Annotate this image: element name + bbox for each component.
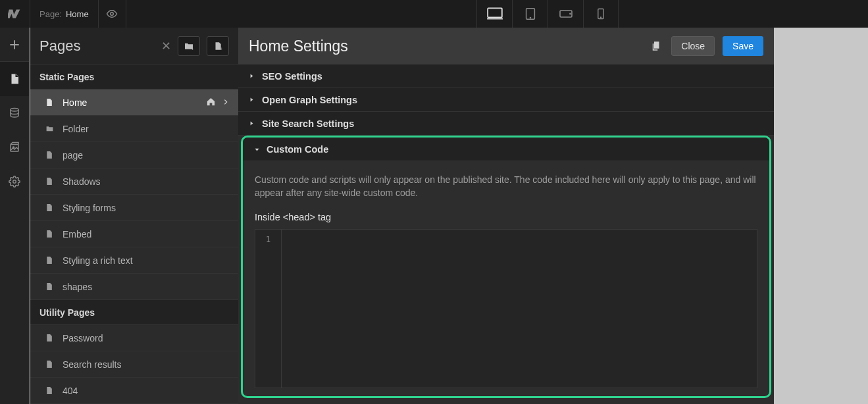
page-icon [45, 229, 55, 239]
page-item-label: Folder [63, 124, 229, 134]
page-icon [45, 359, 55, 369]
caret-down-icon [253, 144, 260, 155]
page-item-shadows[interactable]: Shadows [30, 168, 238, 195]
custom-code-accordion[interactable]: Custom Code [243, 138, 769, 161]
device-tablet-button[interactable] [512, 0, 548, 28]
page-settings-panel: Home Settings Close Save SEO Settings Op… [238, 28, 774, 404]
webflow-logo[interactable] [0, 0, 30, 28]
duplicate-icon[interactable] [649, 39, 663, 53]
assets-tab-button[interactable] [0, 130, 29, 164]
accordion-label: Open Graph Settings [262, 95, 357, 105]
page-indicator-value: Home [66, 9, 89, 19]
page-item-embed[interactable]: Embed [30, 221, 238, 247]
custom-code-description: Custom code and scripts will only appear… [255, 173, 757, 200]
left-rail [0, 28, 30, 404]
settings-header: Home Settings Close Save [238, 28, 774, 64]
caret-right-icon [249, 118, 255, 129]
device-phone-landscape-button[interactable] [548, 0, 583, 28]
static-pages-section-label: Static Pages [30, 64, 238, 89]
page-icon [45, 176, 55, 186]
save-button-label: Save [732, 41, 753, 51]
accordion-label: SEO Settings [262, 71, 322, 82]
page-icon [45, 150, 55, 160]
page-icon [45, 386, 55, 395]
page-icon [45, 203, 55, 213]
svg-point-7 [601, 17, 601, 18]
page-indicator-label: Page: [39, 9, 62, 19]
code-editor-textarea[interactable] [282, 230, 757, 388]
svg-point-11 [13, 180, 16, 184]
page-item-label: page [63, 150, 229, 161]
canvas-background [774, 28, 868, 404]
page-item-password[interactable]: Password [30, 325, 238, 351]
head-code-editor[interactable]: 1 [255, 229, 757, 388]
page-item-styling-rich-text[interactable]: Styling a rich text [30, 247, 238, 274]
settings-title: Home Settings [249, 38, 641, 55]
caret-right-icon [249, 95, 255, 105]
page-item-label: Search results [63, 359, 229, 370]
page-item-styling-forms[interactable]: Styling forms [30, 195, 238, 221]
page-icon [45, 333, 55, 343]
line-number: 1 [255, 235, 281, 244]
seo-settings-accordion[interactable]: SEO Settings [238, 64, 774, 88]
page-item-label: Home [63, 97, 198, 108]
preview-button[interactable] [99, 0, 126, 28]
device-breakpoint-group [476, 0, 619, 28]
home-icon [206, 97, 216, 109]
page-item-label: shapes [63, 282, 229, 292]
pages-tab-button[interactable] [0, 62, 29, 96]
topbar: Page: Home [0, 0, 868, 28]
page-item-shapes[interactable]: shapes [30, 274, 238, 300]
settings-tab-button[interactable] [0, 164, 29, 199]
page-item-label: 404 [63, 386, 229, 396]
custom-code-highlight: Custom Code Custom code and scripts will… [241, 136, 771, 398]
page-item-search-results[interactable]: Search results [30, 351, 238, 378]
page-item-label: Styling forms [63, 203, 229, 213]
accordion-label: Site Search Settings [262, 118, 354, 129]
new-page-button[interactable]: + [207, 36, 229, 56]
head-code-label: Inside <head> tag [255, 212, 757, 222]
svg-text:+: + [191, 45, 193, 51]
pages-panel: Pages ✕ + + Static Pages Home Folder pag… [30, 28, 238, 404]
caret-right-icon [249, 71, 255, 82]
page-icon [45, 282, 55, 291]
svg-point-0 [111, 13, 114, 16]
page-item-label: Styling a rich text [63, 255, 229, 266]
pages-panel-title: Pages [39, 38, 152, 55]
page-item-folder[interactable]: Folder [30, 116, 238, 142]
pages-panel-header: Pages ✕ + + [30, 28, 238, 64]
page-item-home[interactable]: Home [30, 89, 238, 116]
svg-point-5 [569, 13, 570, 14]
site-search-settings-accordion[interactable]: Site Search Settings [238, 112, 774, 136]
code-editor-gutter: 1 [255, 230, 282, 388]
add-element-button[interactable] [0, 28, 29, 62]
svg-point-8 [11, 109, 18, 112]
new-folder-button[interactable]: + [178, 36, 200, 56]
svg-point-3 [530, 17, 530, 18]
svg-rect-1 [488, 8, 502, 17]
close-button-label: Close [681, 41, 705, 51]
accordion-label: Custom Code [267, 144, 328, 155]
page-item-label: Shadows [63, 176, 229, 187]
custom-code-body: Custom code and scripts will only appear… [243, 161, 769, 396]
page-icon [45, 255, 55, 265]
page-item-label: Password [63, 333, 229, 343]
chevron-right-icon [222, 97, 229, 108]
device-desktop-button[interactable] [476, 0, 512, 28]
page-icon [45, 97, 55, 107]
device-phone-portrait-button[interactable] [583, 0, 619, 28]
page-item-page[interactable]: page [30, 142, 238, 168]
page-indicator[interactable]: Page: Home [30, 0, 99, 28]
page-item-label: Embed [63, 229, 229, 240]
close-button[interactable]: Close [671, 36, 715, 56]
svg-text:+: + [220, 47, 222, 51]
utility-pages-section-label: Utility Pages [30, 300, 238, 325]
page-item-404[interactable]: 404 [30, 378, 238, 404]
cms-tab-button[interactable] [0, 96, 29, 130]
open-graph-settings-accordion[interactable]: Open Graph Settings [238, 88, 774, 112]
save-button[interactable]: Save [723, 36, 763, 56]
pages-panel-close-icon[interactable]: ✕ [159, 39, 171, 53]
folder-icon [45, 124, 55, 133]
